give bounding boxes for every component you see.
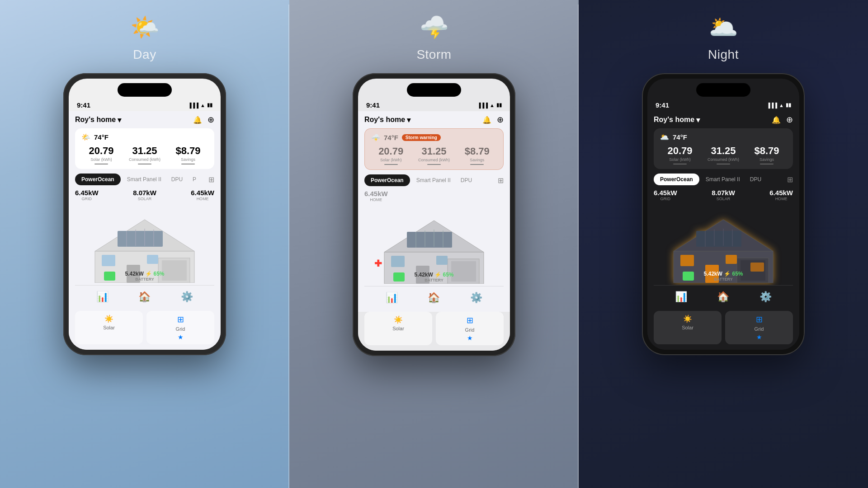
storm-temp: 74°F bbox=[384, 134, 398, 141]
night-battery-label: BATTERY bbox=[703, 277, 743, 282]
night-tab-smartpanel[interactable]: Smart Panel II bbox=[702, 174, 744, 185]
svg-rect-10 bbox=[102, 255, 115, 266]
day-solar-card[interactable]: ☀️ Solar bbox=[75, 311, 143, 344]
storm-grid-card-icon: ⊞ bbox=[467, 315, 473, 325]
storm-solar-card[interactable]: ☀️ Solar bbox=[364, 312, 432, 345]
storm-phone: 9:41 ▐▐▐ ▲ ▮▮ Roy's home ▾ 🔔 ⊕ bbox=[353, 73, 515, 356]
storm-home-label: HOME bbox=[364, 197, 388, 202]
day-status-icons: ▐▐▐ ▲ ▮▮ bbox=[188, 102, 212, 108]
svg-rect-15 bbox=[407, 232, 452, 248]
night-weather-strip: 🌥️ 74°F 20.79 Solar (kWh) 31.25 Consumed… bbox=[654, 128, 793, 169]
storm-bell-icon[interactable]: 🔔 bbox=[482, 116, 491, 124]
night-grid-power: 6.45kW GRID bbox=[654, 189, 677, 201]
storm-tab-dpu[interactable]: DPU bbox=[457, 174, 476, 186]
night-nav-chart[interactable]: 📊 bbox=[675, 291, 687, 303]
storm-status-icons: ▐▐▐ ▲ ▮▮ bbox=[477, 102, 502, 108]
storm-solar-divider bbox=[384, 164, 398, 165]
storm-plus-icon[interactable]: ⊕ bbox=[497, 115, 504, 125]
night-home-label: HOME bbox=[769, 197, 793, 201]
day-battery-info: 5.42kW ⚡ 65% BATTERY bbox=[125, 271, 164, 282]
night-grid-card[interactable]: ⊞ Grid ★ bbox=[725, 311, 793, 344]
day-battery-value: 5.42kW ⚡ 65% bbox=[125, 271, 164, 277]
night-solar-power-label: SOLAR bbox=[712, 197, 735, 201]
day-nav-chart[interactable]: 📊 bbox=[96, 291, 108, 303]
storm-nav-settings[interactable]: ⚙️ bbox=[470, 292, 482, 304]
day-grid-value: 6.45kW bbox=[75, 189, 99, 197]
night-home-selector[interactable]: Roy's home ▾ bbox=[654, 116, 700, 124]
day-tab-more[interactable]: P bbox=[189, 174, 200, 185]
storm-home-selector[interactable]: Roy's home ▾ bbox=[364, 116, 410, 124]
svg-rect-39 bbox=[683, 272, 694, 281]
day-solar-card-icon: ☀️ bbox=[104, 314, 113, 323]
night-nav-settings[interactable]: ⚙️ bbox=[760, 291, 772, 303]
night-solar-card[interactable]: ☀️ Solar bbox=[654, 311, 722, 344]
day-solar-divider bbox=[94, 164, 108, 164]
day-bell-icon[interactable]: 🔔 bbox=[193, 116, 202, 124]
night-tab-dpu[interactable]: DPU bbox=[746, 174, 765, 185]
night-solar-power: 8.07kW SOLAR bbox=[712, 189, 735, 201]
storm-consumed-stat: 31.25 Consumed (kWh) bbox=[414, 145, 453, 165]
day-panel: 🌤️ Day 9:41 ▐▐▐ ▲ ▮▮ Roy's home ▾ bbox=[0, 0, 289, 488]
storm-tab-smartpanel[interactable]: Smart Panel II bbox=[413, 174, 454, 186]
storm-weather-container: 🌩️ Storm bbox=[416, 9, 452, 62]
storm-weather-row: 🌩️ 74°F Storm warning bbox=[371, 133, 497, 142]
night-bell-icon[interactable]: 🔔 bbox=[772, 116, 781, 124]
night-solar-stat: 20.79 Solar (kWh) bbox=[660, 145, 700, 164]
night-header-icons: 🔔 ⊕ bbox=[772, 115, 793, 125]
storm-solar-card-icon: ☀️ bbox=[394, 315, 403, 324]
day-tab-grid-icon[interactable]: ⊞ bbox=[208, 175, 214, 184]
day-phone-screen: 9:41 ▐▐▐ ▲ ▮▮ Roy's home ▾ 🔔 ⊕ bbox=[69, 79, 221, 350]
night-nav-home[interactable]: 🏠 bbox=[717, 291, 729, 303]
day-wifi-icon: ▲ bbox=[200, 103, 205, 108]
night-consumed-label: Consumed (kWh) bbox=[703, 157, 743, 162]
day-mini-weather-icon: 🌤️ bbox=[81, 133, 90, 141]
day-savings-stat: $8.79 Savings bbox=[168, 145, 208, 164]
night-solar-card-icon: ☀️ bbox=[683, 314, 692, 323]
day-grid-card-icon: ⊞ bbox=[177, 314, 184, 324]
day-tab-smartpanel[interactable]: Smart Panel II bbox=[123, 174, 165, 185]
day-nav-settings[interactable]: ⚙️ bbox=[181, 291, 193, 303]
storm-nav-home[interactable]: 🏠 bbox=[428, 292, 440, 304]
day-tab-powerocan[interactable]: PowerOcean bbox=[75, 174, 121, 185]
night-bottom-cards: ☀️ Solar ⊞ Grid ★ bbox=[647, 311, 799, 350]
night-tab-grid-icon[interactable]: ⊞ bbox=[787, 175, 793, 184]
night-grid-card-icon: ⊞ bbox=[756, 314, 763, 324]
night-tab-powerocean[interactable]: PowerOcean bbox=[654, 174, 699, 185]
storm-solar-label: Solar (kWh) bbox=[371, 158, 410, 162]
day-grid-card[interactable]: ⊞ Grid ★ bbox=[146, 311, 214, 344]
day-savings-label: Savings bbox=[168, 157, 208, 162]
night-weather-row: 🌥️ 74°F bbox=[660, 133, 787, 141]
night-phone-screen: 9:41 ▐▐▐ ▲ ▮▮ Roy's home ▾ 🔔 ⊕ bbox=[647, 79, 799, 350]
day-tab-dpu[interactable]: DPU bbox=[168, 174, 186, 185]
day-nav-home[interactable]: 🏠 bbox=[138, 291, 151, 303]
storm-grid-card[interactable]: ⊞ Grid ★ bbox=[436, 312, 504, 345]
day-home-selector[interactable]: Roy's home ▾ bbox=[75, 116, 121, 124]
day-plus-icon[interactable]: ⊕ bbox=[208, 115, 214, 125]
night-home-value: 6.45kW bbox=[769, 189, 793, 197]
storm-weather-label: Storm bbox=[416, 47, 451, 62]
storm-tab-powerocean[interactable]: PowerOcean bbox=[364, 174, 410, 186]
storm-cross-icon: ✚ bbox=[374, 258, 382, 269]
night-time: 9:41 bbox=[656, 101, 669, 109]
storm-weather-strip: 🌩️ 74°F Storm warning 20.79 Solar (kWh) … bbox=[364, 128, 504, 170]
day-bottom-cards: ☀️ Solar ⊞ Grid ★ bbox=[69, 311, 221, 350]
storm-tab-grid-icon[interactable]: ⊞ bbox=[498, 176, 504, 185]
storm-bottom-cards: ☀️ Solar ⊞ Grid ★ bbox=[358, 312, 510, 351]
day-savings-value: $8.79 bbox=[168, 145, 208, 157]
night-savings-value: $8.79 bbox=[747, 145, 787, 157]
night-grid-card-star: ★ bbox=[756, 333, 762, 341]
night-plus-icon[interactable]: ⊕ bbox=[786, 115, 793, 125]
storm-signal-icon: ▐▐▐ bbox=[477, 103, 488, 108]
night-savings-divider bbox=[760, 164, 774, 164]
storm-nav-chart[interactable]: 📊 bbox=[386, 292, 398, 304]
storm-savings-value: $8.79 bbox=[458, 145, 497, 157]
day-app-content: Roy's home ▾ 🔔 ⊕ 🌤️ 74°F bbox=[69, 111, 221, 311]
night-status-icons: ▐▐▐ ▲ ▮▮ bbox=[767, 102, 791, 108]
day-solar-value: 20.79 bbox=[81, 145, 121, 157]
svg-rect-8 bbox=[162, 260, 187, 281]
storm-savings-divider bbox=[470, 164, 484, 165]
night-status-bar: 9:41 ▐▐▐ ▲ ▮▮ bbox=[647, 101, 799, 111]
night-grid-value: 6.45kW bbox=[654, 189, 677, 197]
day-battery-label: BATTERY bbox=[125, 277, 164, 282]
svg-rect-21 bbox=[451, 261, 476, 282]
